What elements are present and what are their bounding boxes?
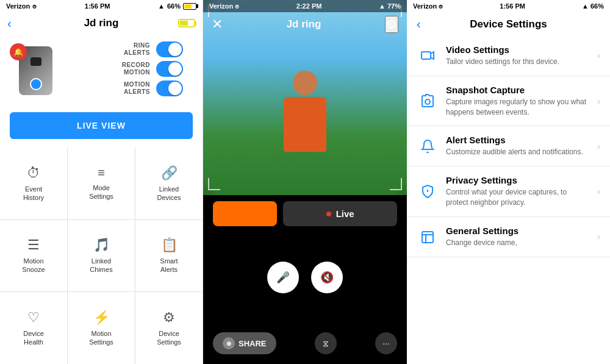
record-motion-label: RECORDMOTION (122, 62, 150, 76)
status-left-p1: Verizon ⌾ (6, 2, 37, 10)
time-p3: 1:56 PM (500, 2, 525, 10)
battery-label-p1: 66% (167, 2, 181, 10)
close-button[interactable]: ✕ (212, 16, 223, 32)
device-section: 🔔 RINGALERTS RECORDMOTION MOTIONALERTS (0, 34, 203, 107)
share-button[interactable]: ⊕ SHARE (213, 332, 276, 354)
grid-item-motion-settings[interactable]: ⚡ MotionSettings (68, 292, 135, 364)
device-settings-label: DeviceSettings (157, 329, 181, 347)
general-desc: Change device name, (446, 238, 590, 248)
snapshot-desc: Capture images regularly to show you wha… (446, 97, 590, 118)
status-left-p2: Verizon ⌾ (209, 2, 239, 10)
nav-panel3: ‹ Device Settings (407, 12, 610, 36)
privacy-chevron: › (597, 187, 600, 196)
motion-snooze-label: MotionSnooze (22, 257, 45, 274)
motion-settings-label: MotionSettings (89, 329, 113, 347)
linked-chimes-label: LinkedChimes (90, 257, 112, 274)
record-motion-toggle[interactable] (156, 61, 183, 77)
carrier-p2: Verizon (209, 2, 233, 10)
motion-alerts-label: MOTIONALERTS (124, 81, 150, 96)
back-button-p3[interactable]: ‹ (417, 17, 421, 31)
mode-settings-icon: ≡ (98, 166, 105, 180)
status-bar-panel3: Verizon ⌾ 1:56 PM ▲ 66% (407, 0, 610, 12)
live-bottom-controls: Live 🎤 🔇 ⊕ SHARE ⧖ ··· (203, 195, 407, 364)
motion-alerts-toggle[interactable] (156, 80, 183, 96)
grid-item-device-health[interactable]: ♡ DeviceHealth (0, 292, 67, 364)
status-bar-panel1: Verizon ⌾ 1:56 PM ▲ 66% (0, 0, 203, 12)
grid-item-event-history[interactable]: ⏱ EventHistory (0, 148, 67, 219)
live-view-button[interactable]: LIVE VIEW (10, 112, 193, 139)
video-settings-text: Video Settings Tailor video settings for… (446, 45, 590, 67)
page-title-p3: Device Settings (470, 18, 547, 30)
panel-live-view: Verizon ⌾ 2:22 PM ▲ 77% ✕ Jd ring ⚙ (203, 0, 407, 364)
ring-button (30, 78, 42, 90)
settings-item-alert[interactable]: Alert Settings Customize audible alerts … (407, 126, 610, 166)
battery-p3: 66% (590, 2, 604, 10)
settings-item-privacy[interactable]: Privacy Settings Control what your devic… (407, 166, 610, 217)
grid-item-smart-alerts[interactable]: 📋 SmartAlerts (135, 220, 203, 292)
linked-devices-icon: 🔗 (161, 165, 178, 181)
status-right-p3: ▲ 66% (582, 2, 604, 10)
settings-list: Video Settings Tailor video settings for… (407, 36, 610, 364)
nav-panel2: ✕ Jd ring ⚙ (203, 12, 407, 37)
privacy-title: Privacy Settings (446, 175, 590, 185)
mute-mic-button[interactable]: 🎤 (267, 262, 299, 293)
toggle-row-record-motion: RECORDMOTION (70, 61, 183, 77)
page-title-p1: Jd ring (84, 17, 119, 29)
snapshot-icon (417, 90, 439, 112)
device-health-label: DeviceHealth (23, 329, 44, 347)
motion-settings-icon: ⚡ (93, 310, 110, 326)
settings-item-snapshot[interactable]: Snapshot Capture Capture images regularl… (407, 76, 610, 127)
alert-title: Alert Settings (446, 135, 590, 145)
privacy-desc: Control what your device captures, to pr… (446, 187, 590, 208)
alert-text: Alert Settings Customize audible alerts … (446, 135, 590, 157)
wifi-icon-p1: ⌾ (32, 2, 37, 10)
svg-rect-0 (422, 52, 431, 59)
ring-alerts-label: RINGALERTS (124, 42, 150, 57)
media-buttons-row: 🎤 🔇 (213, 262, 397, 293)
alert-settings-icon (417, 135, 439, 157)
feature-grid: ⏱ EventHistory ≡ ModeSettings 🔗 LinkedDe… (0, 148, 203, 364)
mute-speaker-button[interactable]: 🔇 (311, 262, 343, 293)
person-head (293, 71, 317, 95)
grid-item-motion-snooze[interactable]: ☰ MotionSnooze (0, 220, 67, 292)
linked-chimes-icon: 🎵 (93, 237, 110, 253)
grid-item-device-settings[interactable]: ⚙ DeviceSettings (135, 292, 203, 364)
event-history-icon: ⏱ (27, 165, 40, 181)
settings-item-video[interactable]: Video Settings Tailor video settings for… (407, 36, 610, 76)
live-label: Live (336, 209, 354, 219)
snapshot-chevron: › (597, 96, 600, 106)
signal-p1: ▲ (158, 2, 165, 10)
video-settings-chevron: › (597, 51, 600, 60)
smart-alerts-icon: 📋 (161, 237, 178, 253)
general-settings-icon (417, 226, 439, 248)
status-bar-panel2: Verizon ⌾ 2:22 PM ▲ 77% (203, 0, 407, 12)
status-right-p2: ▲ 77% (379, 2, 401, 10)
grid-item-linked-chimes[interactable]: 🎵 LinkedChimes (68, 220, 135, 292)
filter-button[interactable]: ⧖ (315, 332, 337, 354)
device-settings-icon: ⚙ (163, 310, 175, 326)
more-options-button[interactable]: ··· (375, 332, 397, 354)
linked-devices-label: LinkedDevices (157, 185, 181, 202)
alert-desc: Customize audible alerts and notificatio… (446, 147, 590, 157)
person-figure (281, 71, 329, 156)
scan-corner-bl (208, 178, 220, 190)
motion-button[interactable] (213, 201, 277, 226)
toggle-row-ring-alerts: RINGALERTS (70, 41, 183, 57)
grid-item-linked-devices[interactable]: 🔗 LinkedDevices (135, 148, 203, 219)
device-icon-wrap: 🔔 (10, 43, 52, 98)
settings-item-general[interactable]: General Settings Change device name, › (407, 217, 610, 257)
settings-button-p2[interactable]: ⚙ (385, 16, 398, 33)
alert-chevron: › (597, 141, 600, 151)
battery-fill-p1 (184, 4, 192, 9)
wifi-icon-p3: ⌾ (439, 2, 443, 10)
ring-alerts-toggle[interactable] (156, 41, 183, 57)
mode-settings-label: ModeSettings (89, 184, 113, 201)
privacy-settings-icon (417, 180, 439, 202)
bottom-action-bar: ⊕ SHARE ⧖ ··· (213, 329, 397, 358)
live-button[interactable]: Live (283, 201, 397, 226)
panel-device-overview: Verizon ⌾ 1:56 PM ▲ 66% ‹ Jd ring 🔔 (0, 0, 203, 364)
event-history-label: EventHistory (23, 185, 44, 202)
grid-item-mode-settings[interactable]: ≡ ModeSettings (68, 148, 135, 219)
back-button-p1[interactable]: ‹ (7, 16, 12, 30)
battery-icon-p1 (183, 3, 196, 10)
